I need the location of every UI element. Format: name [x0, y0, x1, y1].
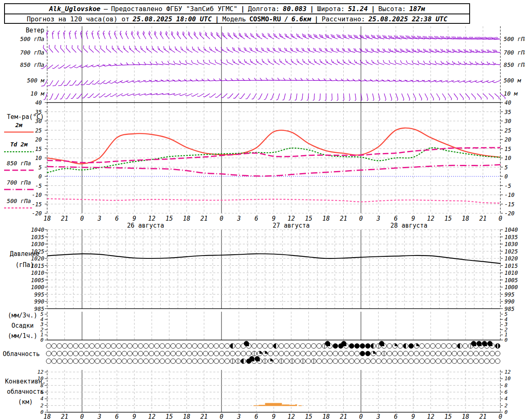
cloud-symbol	[382, 351, 387, 356]
precip-label-mm3h: (мм/3ч.)	[8, 312, 37, 319]
cloud-symbol	[306, 359, 311, 364]
hour-label-bottom: 21	[340, 413, 347, 420]
wind-barb	[389, 94, 392, 101]
hour-label-bottom: 0	[219, 413, 223, 420]
hour-label-bottom: 6	[394, 413, 397, 420]
wind-barb	[209, 93, 216, 98]
precip-label-mm1h: (мм/1ч.)	[8, 332, 37, 340]
wind-barb	[119, 31, 125, 39]
wind-barb	[258, 93, 262, 100]
cloud-symbol	[176, 359, 181, 364]
wind-barb	[233, 93, 239, 99]
cloud-symbol	[447, 351, 452, 356]
cloud-symbol	[225, 351, 230, 356]
hour-label-bottom: 21	[479, 413, 486, 420]
temp-tick-left: 40	[35, 99, 42, 106]
pressure-line	[47, 254, 500, 264]
wind-barb	[204, 32, 211, 39]
hour-label-bottom: 6	[115, 413, 119, 420]
cloud-symbol	[181, 351, 186, 356]
pressure-tick-right: 1000	[504, 284, 518, 290]
cloud-symbol	[57, 344, 62, 349]
pressure-tick-right: 1005	[504, 277, 518, 283]
cloud-symbol	[457, 359, 462, 364]
cloud-symbol	[409, 359, 413, 364]
wind-barb	[261, 59, 269, 65]
cloud-symbol	[95, 344, 100, 349]
wind-barb	[325, 94, 326, 101]
wind-barb	[348, 94, 350, 101]
temp-tick-left: 10	[35, 155, 42, 161]
wind-barb	[76, 45, 84, 52]
cloud-symbol	[338, 359, 343, 364]
cloud-symbol	[420, 359, 425, 364]
hour-label-top: 21	[340, 215, 347, 222]
cloud-symbol	[322, 351, 327, 356]
cloud-symbol	[290, 351, 294, 356]
cloud-symbol	[295, 344, 300, 349]
convective-tick-left: 0	[40, 409, 43, 415]
wind-barb	[139, 46, 147, 52]
wind-barb	[52, 31, 55, 39]
hour-label-top: 0	[359, 215, 363, 222]
cloud-symbol	[490, 359, 495, 364]
cloud-symbol	[122, 351, 127, 356]
wind-barb	[411, 78, 419, 82]
cloud-symbol	[355, 351, 360, 356]
cloud-symbol	[149, 359, 154, 364]
cloud-symbol	[171, 344, 176, 349]
cloud-symbol	[344, 351, 349, 356]
temp-tick-left: 5	[39, 164, 42, 171]
cloud-symbol	[425, 351, 430, 356]
wind-barb	[58, 64, 64, 69]
wind-barb	[493, 50, 501, 52]
convective-tick-right: 8	[504, 382, 508, 388]
pressure-tick-left: 1010	[31, 269, 44, 276]
cloud-symbol	[262, 359, 267, 364]
wind-barb	[181, 32, 188, 39]
cloud-symbol	[73, 344, 78, 349]
wind-barb	[97, 63, 105, 67]
precip-tick-left: 0	[40, 337, 43, 343]
temp-tick-right: -15	[504, 201, 514, 208]
wind-barb	[400, 94, 404, 100]
cloud-symbol	[490, 351, 495, 356]
wind-barb	[313, 94, 315, 101]
cloud-symbol	[403, 344, 408, 349]
wind-barb	[155, 62, 164, 65]
wind-barb	[52, 79, 59, 87]
cloud-symbol	[230, 359, 235, 364]
cloud-symbol	[495, 359, 500, 364]
wind-barb	[161, 78, 169, 82]
hour-label-bottom: 21	[61, 413, 68, 420]
wind-level-label-left: 700 гПа	[20, 49, 44, 56]
hour-label-top: 15	[305, 215, 312, 222]
hour-label-bottom: 15	[444, 413, 452, 420]
cloud-symbol	[328, 351, 333, 356]
wind-barb	[159, 31, 165, 39]
pressure-tick-right: 1030	[504, 241, 518, 247]
wind-barb	[93, 93, 99, 98]
cloud-symbol	[106, 344, 111, 349]
cloud-symbol	[338, 351, 343, 356]
temp-tick-left: -15	[32, 201, 42, 208]
wind-level-label-right: 700 гПа	[504, 49, 525, 56]
pressure-label-1: Давление	[10, 250, 39, 258]
convective-label-2: облачность	[7, 388, 44, 395]
wind-barb	[87, 93, 94, 98]
wind-barb	[412, 94, 416, 100]
wind-barb	[353, 78, 361, 82]
wind-barb	[85, 31, 90, 39]
cloud-symbol	[160, 351, 165, 356]
pressure-tick-right: 990	[504, 298, 514, 305]
wind-barb	[418, 94, 422, 100]
wind-barb	[324, 48, 333, 52]
wind-barb	[52, 64, 59, 69]
hour-label-bottom: 9	[132, 413, 136, 420]
cloud-symbol	[360, 344, 365, 349]
hour-label-top: 21	[479, 215, 486, 222]
convective-tick-left: 12	[37, 369, 43, 375]
hour-label-bottom: 18	[43, 413, 51, 420]
temp-tick-right: 20	[504, 136, 511, 143]
wind-barb	[104, 92, 111, 97]
